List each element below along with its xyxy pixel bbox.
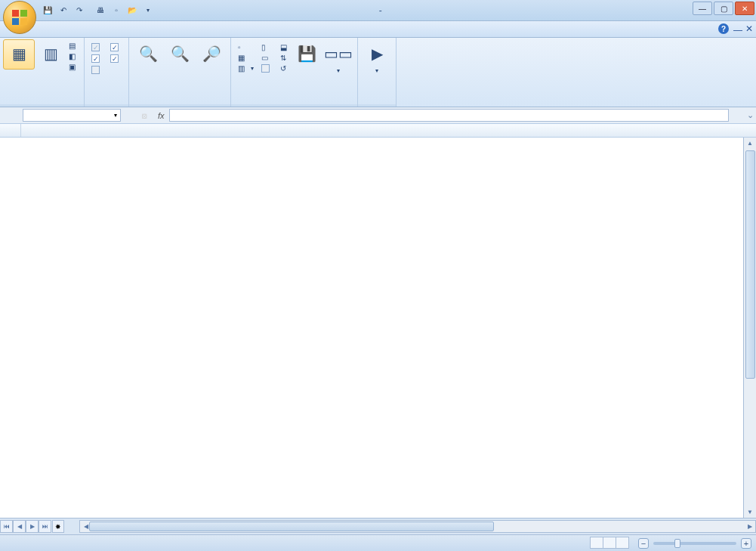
gridlines-checkbox[interactable]: ✓	[89, 54, 105, 63]
macros-icon: ▶	[365, 42, 389, 66]
switch-windows-button[interactable]: ▭▭▾	[322, 39, 354, 76]
full-screen-button[interactable]: ▣	[66, 62, 81, 72]
formula-bar-checkbox[interactable]: ✓	[108, 42, 124, 52]
tab-nav: ⏮ ◀ ▶ ⏭	[0, 520, 51, 533]
vertical-scrollbar[interactable]: ▲ ▼	[743, 138, 756, 518]
save-workspace-button[interactable]: 💾	[291, 39, 322, 70]
checkbox-icon: ✓	[91, 43, 100, 51]
zoom-in-button[interactable]: +	[741, 538, 751, 549]
zoom-slider[interactable]	[653, 542, 736, 545]
sync-scroll-icon: ⇅	[280, 54, 286, 62]
checkbox-icon: ✓	[110, 43, 119, 51]
workbook-minimize-button[interactable]: —	[733, 25, 742, 36]
scroll-thumb[interactable]	[745, 150, 755, 379]
zoom-icon: 🔍	[136, 42, 160, 66]
zoom-out-button[interactable]: −	[638, 538, 649, 549]
formula-bar-row: ▾ ⦻ fx ⌄	[0, 107, 756, 124]
tab-last-icon[interactable]: ⏭	[39, 520, 51, 533]
freeze-icon: ▥	[238, 64, 245, 73]
select-all-button[interactable]	[0, 124, 21, 137]
scroll-down-icon[interactable]: ▼	[745, 506, 756, 518]
zoom-sel-icon: 🔎	[199, 42, 224, 66]
group-label	[0, 104, 84, 107]
arrange-icon: ▦	[238, 54, 245, 62]
group-label	[85, 104, 128, 107]
page-layout-button[interactable]: ▥	[35, 39, 66, 70]
zoom-100-button[interactable]: 🔍	[164, 39, 196, 70]
name-box[interactable]: ▾	[23, 109, 121, 122]
macros-button[interactable]: ▶▾	[361, 39, 393, 76]
undo-icon[interactable]: ↶	[57, 4, 70, 17]
split-icon: ▯	[261, 43, 266, 51]
split-button[interactable]: ▯	[259, 42, 275, 52]
ribbon: ▦ ▥ ▤ ◧ ▣ ✓ ✓ ✓ ✓	[0, 38, 756, 107]
hide-button[interactable]: ▭	[259, 53, 275, 63]
window-controls: — ▢ ✕	[693, 2, 754, 15]
page-layout-icon: ▥	[39, 42, 63, 66]
scroll-thumb[interactable]	[89, 522, 494, 531]
status-bar: − +	[0, 534, 756, 551]
group-label	[358, 104, 396, 107]
group-label	[231, 104, 357, 107]
message-bar-checkbox[interactable]	[89, 65, 105, 75]
minimize-button[interactable]: —	[693, 2, 712, 15]
unhide-button[interactable]	[259, 63, 275, 73]
checkbox-icon	[91, 66, 100, 74]
group-zoom: 🔍 🔍 🔎	[129, 38, 231, 107]
maximize-button[interactable]: ▢	[714, 2, 733, 15]
group-label	[129, 104, 230, 107]
tab-prev-icon[interactable]: ◀	[13, 520, 26, 533]
worksheet-area[interactable]: ▲ ▼	[0, 124, 756, 518]
full-screen-icon: ▣	[69, 63, 76, 71]
zoom-to-selection-button[interactable]: 🔎	[196, 39, 227, 70]
expand-formula-bar[interactable]: ⌄	[744, 110, 756, 120]
qat-more-icon[interactable]: ▾	[141, 4, 155, 17]
checkbox-icon: ✓	[110, 54, 119, 63]
page-break-icon: ▤	[69, 42, 76, 50]
custom-views-button[interactable]: ◧	[66, 51, 81, 61]
workbook-close-button[interactable]: ✕	[745, 23, 753, 34]
reset-pos-icon: ↺	[280, 64, 286, 73]
redo-icon[interactable]: ↷	[73, 4, 86, 17]
freeze-panes-button[interactable]: ▥▾	[236, 63, 256, 73]
office-logo-icon	[12, 10, 27, 25]
view-shortcuts[interactable]	[591, 537, 629, 550]
print-icon[interactable]: 🖶	[94, 4, 107, 17]
open-icon[interactable]: 📂	[125, 4, 139, 17]
close-button[interactable]: ✕	[735, 2, 754, 15]
horizontal-scrollbar[interactable]: ◀ ▶	[79, 520, 756, 533]
group-macros: ▶▾	[358, 38, 397, 107]
help-icon[interactable]: ?	[718, 23, 729, 34]
column-headers	[0, 124, 756, 138]
zoom-knob[interactable]	[674, 539, 680, 548]
scroll-up-icon[interactable]: ▲	[745, 138, 756, 149]
office-button[interactable]	[3, 1, 36, 34]
normal-view-icon: ▦	[7, 42, 31, 66]
side-by-side-icon: ⬓	[280, 43, 287, 51]
checkbox-icon: ✓	[91, 54, 100, 63]
tab-next-icon[interactable]: ▶	[26, 520, 39, 533]
insert-sheet-button[interactable]: ✸	[52, 520, 64, 533]
scroll-right-icon[interactable]: ▶	[744, 521, 755, 532]
tab-first-icon[interactable]: ⏮	[0, 520, 13, 533]
quick-access-toolbar: 💾 ↶ ↷ 🖶 ▫ 📂 ▾	[41, 4, 155, 17]
headings-checkbox[interactable]: ✓	[108, 54, 124, 63]
new-icon[interactable]: ▫	[110, 4, 123, 17]
group-window: ▫ ▦ ▥▾ ▯ ▭ ⬓ ⇅ ↺ 💾 ▭▭▾	[231, 38, 358, 107]
view-side-by-side-button[interactable]: ⬓	[278, 42, 289, 52]
group-show-hide: ✓ ✓ ✓ ✓	[85, 38, 129, 107]
unhide-icon	[261, 64, 270, 73]
reset-position-button[interactable]: ↺	[278, 63, 289, 73]
group-workbook-views: ▦ ▥ ▤ ◧ ▣	[0, 38, 85, 107]
sync-scroll-button[interactable]: ⇅	[278, 53, 289, 63]
zoom-button[interactable]: 🔍	[132, 39, 164, 70]
save-icon[interactable]: 💾	[41, 4, 54, 17]
new-window-button[interactable]: ▫	[236, 42, 256, 52]
ruler-checkbox[interactable]: ✓	[89, 42, 105, 52]
fx-icon[interactable]: fx	[158, 111, 165, 120]
normal-view-button[interactable]: ▦	[3, 39, 35, 70]
page-break-preview-button[interactable]: ▤	[66, 41, 81, 51]
formula-bar[interactable]	[169, 109, 729, 122]
arrange-all-button[interactable]: ▦	[236, 53, 256, 63]
save-ws-icon: 💾	[295, 42, 319, 66]
